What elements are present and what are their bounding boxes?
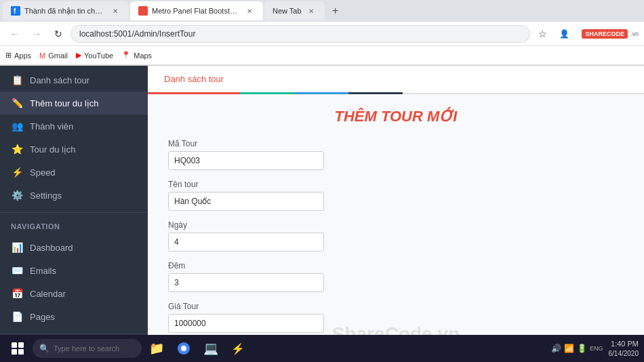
content-tab-2[interactable] [240,66,294,94]
bookmark-youtube-label: YouTube [84,52,113,60]
sidebar-top-section: 📋 Danh sách tour ✏️ Thêm tour du lịch 👥 … [0,66,148,209]
tab-label-danh-sach: Danh sách tour [164,74,224,84]
sidebar-label-pages: Pages [30,312,55,322]
tab-bar: f Thành đã nhận tin cho bạn ✕ Metro Pane… [0,0,644,22]
content-tab-3[interactable] [294,66,348,94]
sidebar-item-settings[interactable]: ⚙️ Settings [0,184,148,207]
tab-title-metro: Metro Panel Flat Bootstarp Resp... [152,7,240,15]
speed-icon: ⚡ [11,166,23,178]
forward-button[interactable]: → [27,24,46,43]
sharecode-badge: SHARECODE [582,29,628,39]
ngay-label: Ngày [168,220,624,230]
tab-title-fb: Thành đã nhận tin cho bạn [24,7,106,16]
bookmark-star[interactable]: ☆ [533,24,552,43]
dashboard-icon: 📊 [11,241,23,254]
sidebar-item-pages[interactable]: 📄 Pages [0,305,148,328]
tab-facebook[interactable]: f Thành đã nhận tin cho bạn ✕ [3,1,129,20]
sidebar-item-tour-du-lich[interactable]: ⭐ Tour du lịch [0,138,148,161]
dem-label: Đêm [168,261,624,270]
sidebar-item-speed[interactable]: ⚡ Speed [0,161,148,184]
sidebar: 📋 Danh sách tour ✏️ Thêm tour du lịch 👥 … [0,66,148,336]
profile-icon[interactable]: 👤 [555,24,573,43]
gia-tour-input[interactable] [168,314,324,333]
sidebar-nav-section: 📊 Dashboard ✉️ Emails 📅 Calendar 📄 Pages [0,233,148,331]
sidebar-divider-1 [0,212,148,213]
bookmark-apps-label: Apps [14,52,31,60]
sidebar-label-emails: Emails [30,266,56,276]
tab-close-new[interactable]: ✕ [306,5,317,16]
tab-favicon-metro [138,6,148,16]
sharecode-logo-area: SHARECODE .vn [582,29,639,39]
ma-tour-input[interactable] [168,151,324,170]
bookmark-maps[interactable]: 📍 Maps [121,51,152,60]
sidebar-item-emails[interactable]: ✉️ Emails [0,259,148,282]
email-icon: ✉️ [11,264,23,277]
gia-tour-label: Giá Tour [168,302,624,311]
tab-title-new: New Tab [273,7,302,15]
sidebar-label-settings: Settings [30,190,62,201]
form-group-gia-tour: Giá Tour [168,302,624,333]
sidebar-item-dashboard[interactable]: 📊 Dashboard [0,236,148,259]
address-bar[interactable]: localhost:5001/Admin/InsertTour [71,25,530,43]
navigation-header: Navigation [0,216,148,233]
form-group-ma-tour: Mã Tour [168,139,624,170]
sidebar-label-dashboard: Dashboard [30,243,73,253]
tab-close-metro[interactable]: ✕ [244,5,255,16]
sidebar-divider-2 [0,334,148,334]
bookmark-gmail-label: Gmail [48,52,68,60]
settings-icon: ⚙️ [11,189,23,201]
bookmark-gmail[interactable]: M Gmail [39,52,68,60]
sidebar-label-thanh-vien: Thành viên [30,121,73,132]
sidebar-label-danh-sach: Danh sách tour [30,75,89,85]
dem-input[interactable] [168,273,324,292]
sidebar-item-thanh-vien[interactable]: 👥 Thành viên [0,115,148,138]
ten-tour-input[interactable] [168,192,324,211]
sidebar-label-calendar: Calendar [30,289,66,299]
address-text: localhost:5001/Admin/InsertTour [79,29,195,39]
pages-icon: 📄 [11,310,23,323]
users-icon: 👥 [11,120,23,132]
bookmark-youtube[interactable]: ▶ YouTube [76,51,113,60]
main-layout: 📋 Danh sách tour ✏️ Thêm tour du lịch 👥 … [0,66,644,336]
sidebar-item-calendar[interactable]: 📅 Calendar [0,282,148,305]
tab-close-fb[interactable]: ✕ [110,5,121,16]
content-body: ShareCode.vn THÊM TOUR MỚI Mã Tour Tên t… [148,94,644,336]
sidebar-item-danh-sach-tour[interactable]: 📋 Danh sách tour [0,68,148,92]
list-icon: 📋 [11,74,23,86]
form-group-dem: Đêm [168,261,624,292]
browser-chrome: f Thành đã nhận tin cho bạn ✕ Metro Pane… [0,0,644,66]
tab-metro[interactable]: Metro Panel Flat Bootstarp Resp... ✕ [130,1,263,20]
nav-bar: ← → ↻ localhost:5001/Admin/InsertTour ☆ … [0,22,644,46]
page-title: THÊM TOUR MỚI [168,108,624,125]
sharecode-vn: .vn [630,31,639,37]
edit-icon: ✏️ [11,97,23,109]
sidebar-label-speed: Speed [30,167,56,178]
calendar-icon: 📅 [11,287,23,300]
content-area: Danh sách tour ShareCode.vn THÊM TOUR MỚ… [148,66,644,336]
back-button[interactable]: ← [5,24,24,43]
form-group-ngay: Ngày [168,220,624,252]
taskbar: 🔍 📁 💻 ⚡ 🔊 📶 🔋 ENG 1:40 PM 6/14/2020 [0,335,644,336]
bookmark-maps-label: Maps [134,52,152,60]
tab-favicon-fb: f [11,6,20,16]
sidebar-label-tour: Tour du lịch [30,144,76,155]
bookmark-apps[interactable]: ⊞ Apps [5,51,31,60]
content-tabs: Danh sách tour [148,66,644,94]
content-tab-4[interactable] [348,66,403,94]
form-group-ten-tour: Tên tour [168,180,624,211]
sidebar-item-them-tour[interactable]: ✏️ Thêm tour du lịch [0,92,148,115]
refresh-button[interactable]: ↻ [49,24,68,43]
content-tab-danh-sach[interactable]: Danh sách tour [148,66,240,94]
new-tab-button[interactable]: + [326,1,345,20]
star-icon: ⭐ [11,143,23,155]
tab-newtab[interactable]: New Tab ✕ [264,1,325,20]
ten-tour-label: Tên tour [168,180,624,189]
ngay-input[interactable] [168,233,324,252]
ma-tour-label: Mã Tour [168,139,624,148]
sidebar-label-them-tour: Thêm tour du lịch [30,98,99,108]
bookmarks-bar: ⊞ Apps M Gmail ▶ YouTube 📍 Maps [0,46,644,65]
